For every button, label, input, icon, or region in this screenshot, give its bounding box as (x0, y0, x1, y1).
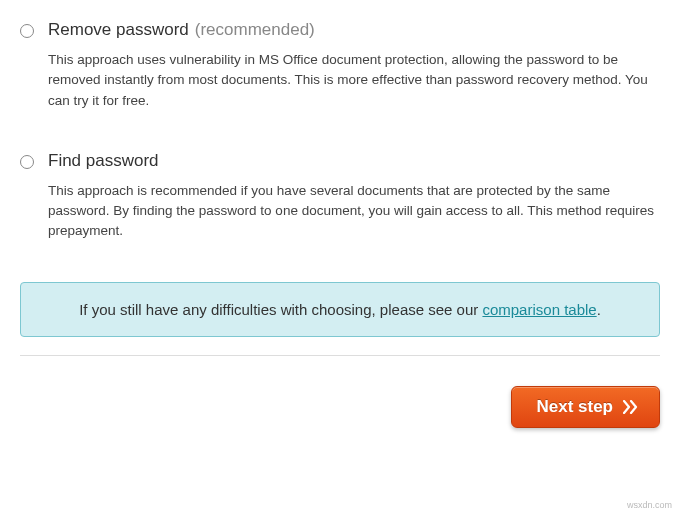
info-box: If you still have any difficulties with … (20, 282, 660, 337)
button-label: Next step (536, 397, 613, 417)
info-text-suffix: . (597, 301, 601, 318)
option-description: This approach uses vulnerability in MS O… (48, 50, 660, 111)
chevron-right-icon (623, 400, 639, 414)
info-text-prefix: If you still have any difficulties with … (79, 301, 482, 318)
option-remove-password[interactable]: Remove password (recommended) This appro… (20, 20, 660, 111)
recommended-label: (recommended) (195, 20, 315, 40)
option-description: This approach is recommended if you have… (48, 181, 660, 242)
next-step-button[interactable]: Next step (511, 386, 660, 428)
option-find-password[interactable]: Find password This approach is recommend… (20, 151, 660, 242)
watermark: wsxdn.com (627, 500, 672, 510)
option-title: Remove password (48, 20, 189, 40)
option-title: Find password (48, 151, 159, 171)
comparison-table-link[interactable]: comparison table (482, 301, 596, 318)
radio-icon[interactable] (20, 24, 34, 38)
radio-icon[interactable] (20, 155, 34, 169)
